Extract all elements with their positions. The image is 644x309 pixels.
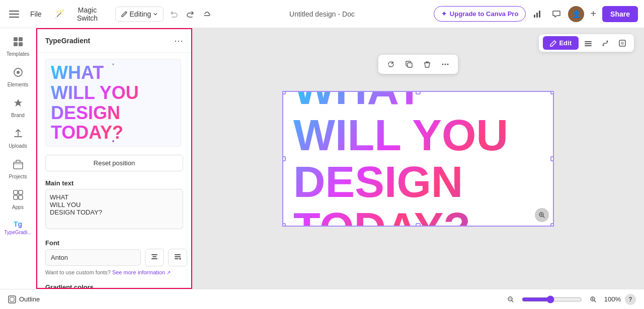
handle-middle-right[interactable] xyxy=(550,156,554,161)
lines-style-icon xyxy=(584,39,592,47)
add-collaborator-button[interactable]: + xyxy=(588,6,598,22)
handle-top-middle[interactable] xyxy=(416,91,421,94)
handle-bottom-left[interactable] xyxy=(282,223,286,227)
comments-button[interactable] xyxy=(549,7,564,22)
uploads-icon xyxy=(13,128,24,142)
context-toolbar xyxy=(378,55,458,74)
svg-rect-0 xyxy=(9,11,19,12)
font-row xyxy=(45,249,183,266)
editing-button[interactable]: Editing xyxy=(115,7,164,22)
file-menu-button[interactable]: File xyxy=(25,7,47,21)
more-options-icon xyxy=(441,60,449,68)
top-edit-toolbar: Edit xyxy=(539,34,634,52)
sidebar-brand-label: Brand xyxy=(11,113,25,118)
sidebar-item-typegradient[interactable]: Tg TypeGradi... xyxy=(3,216,33,239)
align-center-icon xyxy=(150,253,158,261)
handle-top-left[interactable] xyxy=(282,91,286,94)
help-icon: ? xyxy=(628,296,632,303)
redo-button[interactable] xyxy=(183,7,198,22)
outline-icon xyxy=(8,295,16,303)
duplicate-button[interactable] xyxy=(401,58,417,71)
magic-switch-button[interactable]: 🪄 Magic Switch xyxy=(50,3,112,25)
chevron-down-icon xyxy=(153,12,158,17)
more-options-button[interactable] xyxy=(438,58,453,71)
elements-icon xyxy=(13,67,24,80)
apps-icon xyxy=(13,189,24,203)
rotate-button[interactable] xyxy=(383,58,398,71)
sidebar-elements-label: Elements xyxy=(8,82,29,87)
corner-radius-button[interactable] xyxy=(598,37,613,50)
design-line-2: WILL YOU xyxy=(293,112,543,158)
avatar[interactable]: 👤 xyxy=(568,6,584,22)
zoom-out-icon xyxy=(507,296,514,303)
sidebar-item-uploads[interactable]: Uploads xyxy=(3,124,33,153)
svg-rect-27 xyxy=(585,45,592,46)
help-button[interactable]: ? xyxy=(625,294,636,305)
handle-middle-left[interactable] xyxy=(282,156,286,161)
svg-rect-3 xyxy=(534,15,535,18)
outline-label: Outline xyxy=(19,295,40,303)
zoom-out-button[interactable] xyxy=(504,293,518,305)
align-center-button[interactable] xyxy=(145,249,164,266)
design-line-3: DESIGN TODAY? xyxy=(293,159,543,227)
sidebar-projects-label: Projects xyxy=(9,174,27,179)
duplicate-icon xyxy=(405,60,413,68)
align-justify-button[interactable] xyxy=(168,249,187,266)
undo-icon xyxy=(170,10,179,19)
share-button[interactable]: Share xyxy=(602,6,638,22)
panel-menu-icon: ⋯ xyxy=(174,36,183,46)
handle-bottom-middle[interactable] xyxy=(416,223,421,227)
svg-rect-14 xyxy=(19,190,23,194)
svg-rect-41 xyxy=(9,296,16,303)
svg-rect-2 xyxy=(9,17,19,18)
undo-button[interactable] xyxy=(167,7,182,22)
external-link-icon: ↗ xyxy=(167,270,171,275)
drag-handle-top[interactable] xyxy=(111,62,115,66)
sidebar-apps-label: Apps xyxy=(12,204,24,210)
preview-text: WHAT WILL YOU DESIGN TODAY? xyxy=(46,59,181,147)
zoom-slider[interactable] xyxy=(522,295,582,303)
plus-icon: + xyxy=(590,8,596,19)
analytics-button[interactable] xyxy=(530,7,545,22)
upgrade-button[interactable]: ✦ Upgrade to Canva Pro xyxy=(434,6,526,22)
icon-sidebar: Templates Elements Brand xyxy=(0,28,36,289)
zoom-in-badge[interactable] xyxy=(535,208,549,222)
font-input[interactable] xyxy=(45,249,141,266)
svg-point-36 xyxy=(447,64,449,65)
handle-bottom-right[interactable] xyxy=(550,223,554,227)
handle-top-right[interactable] xyxy=(550,91,554,94)
align-justify-icon xyxy=(174,253,182,261)
sidebar-typegradient-label: TypeGradi... xyxy=(4,230,31,235)
magic-switch-label: Magic Switch xyxy=(68,6,107,22)
see-more-link[interactable]: See more information xyxy=(112,269,165,275)
zoom-icon xyxy=(538,212,545,219)
canvas-area: Edit xyxy=(192,28,644,289)
reset-position-button[interactable]: Reset position xyxy=(45,155,183,171)
hamburger-menu-button[interactable] xyxy=(6,6,22,22)
design-frame[interactable]: WHAT WILL YOU DESIGN TODAY? xyxy=(282,91,554,227)
svg-rect-4 xyxy=(536,13,538,18)
sidebar-item-elements[interactable]: Elements xyxy=(3,63,33,91)
editing-label: Editing xyxy=(130,10,151,18)
zoom-in-button[interactable] xyxy=(586,293,600,305)
panel-menu-button[interactable]: ⋯ xyxy=(174,35,183,46)
svg-point-35 xyxy=(445,64,446,65)
svg-rect-6 xyxy=(14,37,18,41)
main-text-input[interactable]: WHAT WILL YOU DESIGN TODAY? xyxy=(45,189,183,229)
outline-button[interactable]: Outline xyxy=(8,295,40,303)
sidebar-item-apps[interactable]: Apps xyxy=(3,185,33,214)
sidebar-item-projects[interactable]: Projects xyxy=(3,155,33,183)
lines-style-button[interactable] xyxy=(581,37,596,50)
edit-button[interactable]: Edit xyxy=(543,36,579,50)
svg-rect-5 xyxy=(539,11,540,18)
drag-handle-bottom[interactable] xyxy=(111,139,115,143)
sidebar-item-templates[interactable]: Templates xyxy=(3,32,33,61)
topbar-right: ✦ Upgrade to Canva Pro 👤 + Share xyxy=(430,6,638,22)
sidebar-item-brand[interactable]: Brand xyxy=(3,93,33,122)
svg-rect-32 xyxy=(408,63,412,67)
svg-point-34 xyxy=(442,64,444,65)
delete-button[interactable] xyxy=(420,58,435,71)
mask-button[interactable] xyxy=(615,37,630,50)
cloud-save-button[interactable] xyxy=(199,7,214,22)
svg-rect-26 xyxy=(585,43,592,44)
